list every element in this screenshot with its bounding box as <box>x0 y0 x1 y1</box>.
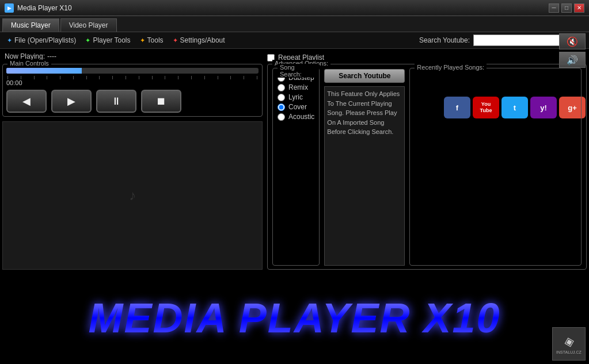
album-art-placeholder: ♪ <box>129 187 136 204</box>
banner-title: MEDIA PLAYER X10 <box>88 294 500 342</box>
main-controls-box: Main Controls <box>2 64 263 117</box>
search-youtube-inner-button[interactable]: Search Youtube <box>324 69 405 83</box>
play-icon: ▶ <box>67 95 75 108</box>
acoustic-label: Acoustic <box>288 113 314 121</box>
window-controls: ─ □ ✕ <box>549 3 584 13</box>
settings-icon: ✦ <box>173 37 178 44</box>
stop-icon: ⏹ <box>156 95 166 108</box>
yt-info-text: This Feature Only Applies To The Current… <box>324 86 405 266</box>
now-playing-value: ---- <box>47 52 56 60</box>
menu-file[interactable]: ✦ File (Open/Playlists) <box>3 35 79 45</box>
instaluj-icon: ◈ <box>562 333 575 350</box>
time-display: 00:00 <box>6 79 259 86</box>
close-button[interactable]: ✕ <box>574 3 584 13</box>
cover-label: Cover <box>288 103 307 111</box>
recently-played-box: Recently Played Songs: <box>409 68 582 266</box>
album-art: ♪ <box>2 121 263 270</box>
now-playing-label: Now Playing: <box>5 52 45 60</box>
menu-tools[interactable]: ✦ Tools <box>136 35 167 45</box>
pause-icon: ⏸ <box>111 95 121 108</box>
app-container: Music Player Video Player ✦ File (Open/P… <box>0 16 589 364</box>
instaluj-label: INSTALUJ.CZ <box>556 350 582 354</box>
back-icon: ◀ <box>22 95 31 108</box>
tab-video-player[interactable]: Video Player <box>60 18 117 32</box>
mute-button[interactable]: 🔇 <box>559 33 586 49</box>
bottom-banner: MEDIA PLAYER X10 ◈ INSTALUJ.CZ <box>0 272 589 364</box>
remix-radio[interactable] <box>278 84 285 91</box>
menu-settings[interactable]: ✦ Settings/About <box>169 35 229 45</box>
search-youtube-label: Search Youtube: <box>419 36 470 44</box>
advanced-options-box: Advanced Options: Song Search: Dubstep R… <box>267 64 587 270</box>
lyric-radio[interactable] <box>278 94 285 101</box>
controls-label: Main Controls <box>7 60 51 67</box>
back-button[interactable]: ◀ <box>6 90 47 113</box>
app-icon: ▶ <box>5 3 14 13</box>
lyric-option: Lyric <box>278 93 314 101</box>
minimize-button[interactable]: ─ <box>549 3 559 13</box>
stop-button[interactable]: ⏹ <box>141 90 181 113</box>
transport-buttons: ◀ ▶ ⏸ ⏹ <box>6 90 259 113</box>
window-title: Media Player X10 <box>17 4 549 12</box>
menu-player-tools[interactable]: ✦ Player Tools <box>82 35 134 45</box>
song-search-box: Song Search: Dubstep Remix Lyric <box>272 68 320 266</box>
acoustic-radio[interactable] <box>278 113 285 121</box>
main-content: Now Playing: ---- Main Controls <box>0 49 589 272</box>
play-button[interactable]: ▶ <box>51 90 92 113</box>
progress-bar[interactable] <box>6 68 259 74</box>
song-search-label: Song Search: <box>278 64 319 78</box>
acoustic-option: Acoustic <box>278 113 314 121</box>
cover-option: Cover <box>278 103 314 111</box>
titlebar: ▶ Media Player X10 ─ □ ✕ <box>0 0 589 16</box>
speaker-area: 🔇 🔊 <box>559 33 586 68</box>
lyric-label: Lyric <box>288 93 303 101</box>
search-youtube-input[interactable] <box>473 35 565 46</box>
tab-bar: Music Player Video Player <box>0 16 589 32</box>
pause-button[interactable]: ⏸ <box>96 90 136 113</box>
tab-music-player[interactable]: Music Player <box>2 18 59 32</box>
left-panel: Now Playing: ---- Main Controls <box>0 49 265 272</box>
mute-icon: 🔇 <box>567 36 578 47</box>
cover-radio[interactable] <box>278 104 285 111</box>
instaluj-badge: ◈ INSTALUJ.CZ <box>552 327 586 361</box>
menubar: ✦ File (Open/Playlists) ✦ Player Tools ✦… <box>0 32 589 49</box>
right-panel: Repeat Playlist Advanced Options: Song S… <box>265 49 589 272</box>
player-tools-icon: ✦ <box>85 37 90 44</box>
yt-search-column: Search Youtube This Feature Only Applies… <box>324 68 405 266</box>
remix-label: Remix <box>288 83 308 91</box>
file-icon: ✦ <box>7 37 12 44</box>
tools-icon: ✦ <box>140 37 145 44</box>
recently-played-label: Recently Played Songs: <box>415 64 487 71</box>
remix-option: Remix <box>278 83 314 91</box>
maximize-button[interactable]: □ <box>561 3 572 13</box>
